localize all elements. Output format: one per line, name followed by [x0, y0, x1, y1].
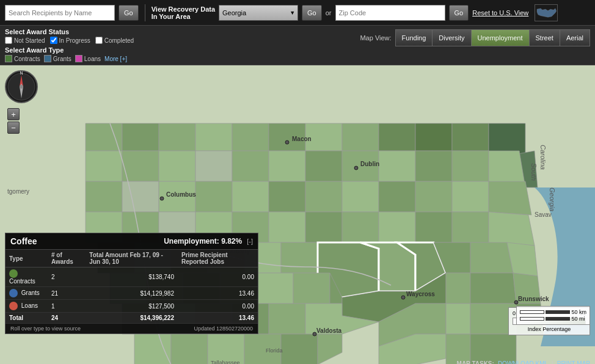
svg-text:Georgia: Georgia — [549, 187, 556, 211]
not-started-label: Not Started — [14, 37, 45, 44]
cell-amount: $127,500 — [86, 300, 178, 313]
completed-checkbox[interactable] — [95, 37, 103, 44]
svg-text:South: South — [530, 163, 538, 181]
svg-marker-11 — [415, 123, 452, 151]
loans-color-box — [75, 55, 82, 62]
task-separator: | — [552, 360, 553, 364]
completed-checkbox-item[interactable]: Completed — [95, 37, 134, 44]
not-started-checkbox-item[interactable]: Not Started — [5, 37, 45, 44]
svg-text:N: N — [20, 71, 23, 75]
not-started-checkbox[interactable] — [5, 37, 12, 44]
svg-text:Tallahassee: Tallahassee — [211, 360, 240, 364]
map-view-street[interactable]: Street — [529, 29, 560, 46]
svg-point-97 — [160, 197, 164, 200]
grants-type-item: Grants — [44, 55, 71, 62]
svg-text:Florida: Florida — [266, 348, 283, 354]
cell-awards: 21 — [48, 287, 86, 300]
svg-text:Savav: Savav — [535, 211, 552, 218]
search-input[interactable] — [5, 5, 115, 21]
state-select[interactable]: Georgia — [219, 5, 298, 21]
svg-text:tgomery: tgomery — [7, 188, 29, 195]
svg-marker-21 — [305, 151, 342, 181]
svg-text:Valdosta: Valdosta — [316, 327, 342, 334]
grants-icon — [9, 289, 18, 297]
col-amount: Total Amount Feb 17, 09 - Jun 30, 10 — [86, 250, 178, 268]
view-recovery-label: View Recovery Data In Your Area — [151, 5, 215, 20]
status-row: Not Started In Progress Completed — [5, 37, 360, 44]
svg-point-98 — [354, 166, 358, 170]
in-progress-checkbox-item[interactable]: In Progress — [50, 37, 90, 44]
in-progress-label: In Progress — [59, 37, 90, 44]
col-awards: # of Awards — [48, 250, 86, 268]
cell-jobs: 13.46 — [178, 287, 258, 300]
svg-marker-5 — [195, 123, 232, 151]
svg-marker-24 — [415, 151, 452, 181]
svg-text:Carolina: Carolina — [539, 145, 547, 170]
controls-bar: Select Award Status Not Started In Progr… — [0, 26, 595, 65]
contracts-label: Contracts — [14, 56, 40, 62]
zoom-in-button[interactable]: + — [7, 108, 20, 120]
zip-go-button[interactable]: Go — [449, 5, 469, 21]
svg-marker-28 — [122, 181, 159, 212]
popup-table-body: Contracts 2 $138,740 0.00 Grants 21 $14,… — [5, 268, 258, 324]
cell-type: Grants — [5, 287, 48, 300]
svg-marker-61 — [470, 242, 513, 273]
download-kml-link[interactable]: DOWNLOAD KML — [498, 360, 548, 364]
svg-marker-2 — [86, 123, 122, 151]
map-view-aerial[interactable]: Aerial — [560, 29, 590, 46]
print-map-link[interactable]: PRINT MAP — [557, 360, 590, 364]
more-link[interactable]: More [+] — [104, 56, 127, 62]
completed-label: Completed — [104, 37, 134, 44]
popup-table-header-row: Type # of Awards Total Amount Feb 17, 09… — [5, 250, 258, 268]
svg-point-96 — [285, 140, 289, 144]
svg-marker-67 — [257, 273, 293, 304]
cell-awards: 2 — [48, 268, 86, 287]
svg-text:Brunswick: Brunswick — [518, 296, 549, 302]
map-view-unemployment[interactable]: Unemployment — [471, 29, 529, 46]
svg-marker-33 — [305, 181, 342, 212]
svg-marker-6 — [232, 123, 269, 151]
scale-segment-2 — [546, 310, 570, 314]
us-map-icon — [535, 4, 558, 21]
zoom-out-button[interactable]: − — [7, 122, 20, 134]
svg-marker-35 — [379, 181, 415, 212]
svg-marker-17 — [159, 151, 195, 181]
svg-marker-68 — [293, 273, 330, 304]
map-view-diversity[interactable]: Diversity — [432, 29, 470, 46]
grants-color-box — [44, 55, 51, 62]
svg-point-118 — [20, 85, 23, 89]
award-type-row: Contracts Grants Loans More [+] — [5, 55, 360, 62]
contracts-icon — [9, 269, 18, 278]
in-progress-checkbox[interactable] — [50, 37, 57, 44]
contracts-type-item: Contracts — [5, 55, 40, 62]
map-container[interactable]: South Carolina Georgia Macon Columbus Du… — [0, 65, 595, 364]
svg-marker-36 — [415, 181, 452, 212]
svg-marker-34 — [342, 181, 379, 212]
cell-amount: $14,396,222 — [86, 313, 178, 324]
svg-marker-3 — [122, 123, 159, 151]
table-row: Grants 21 $14,129,982 13.46 — [5, 287, 258, 300]
svg-marker-45 — [305, 212, 342, 242]
cell-jobs: 0.00 — [178, 300, 258, 313]
table-row: Contracts 2 $138,740 0.00 — [5, 268, 258, 287]
state-select-wrap: Georgia — [219, 5, 298, 21]
reset-button[interactable]: Reset to U.S. View — [472, 9, 528, 16]
svg-marker-47 — [379, 212, 415, 242]
cell-amount: $14,129,982 — [86, 287, 178, 300]
svg-marker-25 — [452, 151, 489, 181]
map-view-funding[interactable]: Funding — [395, 29, 433, 46]
svg-marker-31 — [232, 181, 269, 212]
legend-title: Index Percentage — [513, 326, 586, 332]
state-go-button[interactable]: Go — [302, 5, 322, 21]
svg-text:Dublin: Dublin — [360, 161, 379, 167]
svg-marker-27 — [86, 181, 122, 212]
zip-input[interactable] — [335, 5, 445, 21]
contracts-color-box — [5, 55, 12, 62]
popup-table: Type # of Awards Total Amount Feb 17, 09… — [5, 250, 258, 324]
svg-marker-9 — [342, 123, 379, 151]
popup-close-button[interactable]: [-] — [247, 238, 253, 245]
search-go-button[interactable]: Go — [119, 5, 139, 21]
svg-marker-18 — [195, 151, 232, 181]
col-type: Type — [5, 250, 48, 268]
svg-marker-49 — [452, 212, 489, 242]
